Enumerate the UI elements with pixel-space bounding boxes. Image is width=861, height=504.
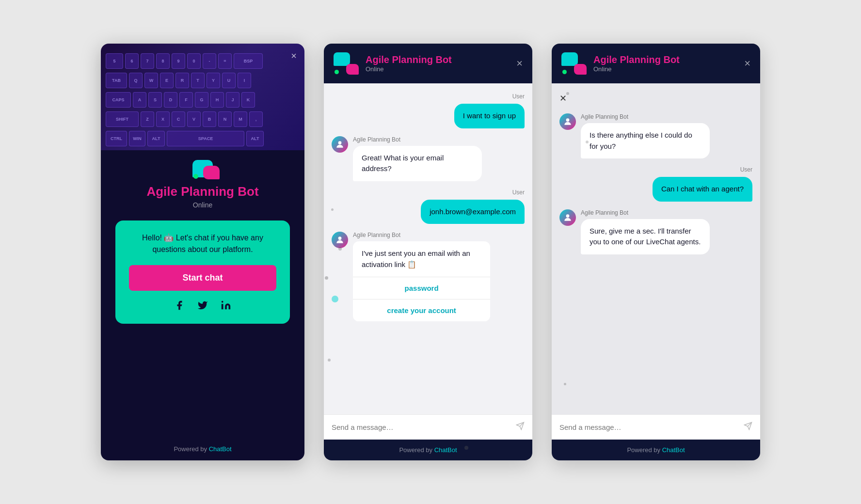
linkedin-icon[interactable] [219, 299, 233, 312]
start-chat-button[interactable]: Start chat [129, 265, 276, 291]
bot-msg-row-2: Agile Planning Bot I've just sent you an… [332, 232, 525, 321]
online-dot-3 [562, 70, 567, 74]
bot-msg-row-1: Agile Planning Bot Great! What is your e… [332, 136, 525, 181]
hero-section: 5 6 7 8 9 0 - = BSP TAB Q W E R T Y U I [101, 44, 304, 150]
msg-group-1: User I want to sign up [332, 93, 525, 128]
chat-input-area-3 [552, 414, 760, 440]
card-btn-password[interactable]: password [353, 277, 490, 299]
svg-point-1 [338, 141, 342, 144]
bot-status-1: Online [193, 201, 212, 209]
bot-avatar-3a [559, 113, 576, 130]
card-btn-create-account[interactable]: create your account [353, 299, 490, 321]
bot-avatar-2 [332, 136, 348, 153]
header-info-2: Agile Planning Bot Online [366, 54, 510, 73]
msg-group-3: User Can I chat with an agent? [559, 166, 752, 202]
chatbot-link-1[interactable]: ChatBot [209, 445, 232, 453]
bot-name-label-1: Agile Planning Bot [353, 136, 525, 143]
header-status-3: Online [593, 65, 737, 73]
header-logo-3 [561, 52, 587, 75]
user-msg-1: I want to sign up [454, 104, 525, 128]
bot-avatar-2b [332, 232, 348, 248]
online-dot-2 [335, 70, 339, 74]
send-button-3[interactable] [744, 422, 752, 433]
card-text-1: I've just sent you an email with an acti… [353, 241, 490, 277]
bot-avatar-3b [559, 209, 576, 226]
bot-logo-1 [192, 160, 213, 177]
msg-group-2: User jonh.brown@example.com [332, 189, 525, 224]
header-status-2: Online [366, 65, 510, 73]
user-label-3: User [559, 166, 752, 173]
close-button-1[interactable]: × [291, 50, 297, 62]
pink-bubble [203, 166, 220, 179]
chat-input-3[interactable] [559, 423, 739, 431]
svg-point-5 [566, 118, 570, 122]
widget1-body: Agile Planning Bot Online Hello! 🤖 Let's… [101, 150, 304, 438]
header-title-3: Agile Planning Bot [593, 54, 737, 65]
footer-2: Powered by ChatBot [324, 440, 532, 460]
bot-msg-content-3a: Agile Planning Bot Is there anything els… [581, 113, 752, 158]
bot-msg-content-1: Agile Planning Bot Great! What is your e… [353, 136, 525, 181]
bot-name-1: Agile Planning Bot [146, 184, 258, 199]
greeting-box: Hello! 🤖 Let's chat if you have any ques… [115, 220, 290, 324]
bot-msg-content-3b: Agile Planning Bot Sure, give me a sec. … [581, 209, 752, 254]
svg-point-6 [566, 214, 570, 218]
online-indicator-1 [193, 174, 198, 179]
close-button-2[interactable]: × [516, 57, 523, 70]
facebook-icon[interactable] [173, 299, 186, 312]
widget-chat-agent: Agile Planning Bot Online × ✕ Agile Plan… [552, 44, 760, 460]
header-title-2: Agile Planning Bot [366, 54, 510, 65]
header-logo-2 [334, 52, 359, 75]
chat-input-area-2 [324, 414, 532, 440]
footer-3: Powered by ChatBot [552, 440, 760, 460]
send-button-2[interactable] [516, 422, 525, 433]
svg-point-0 [222, 301, 223, 303]
minimize-icon[interactable]: ✕ [559, 93, 567, 104]
bot-msg-row-3a: Agile Planning Bot Is there anything els… [559, 113, 752, 158]
widget-welcome: 5 6 7 8 9 0 - = BSP TAB Q W E R T Y U I [101, 44, 304, 460]
bot-name-label-3b: Agile Planning Bot [581, 209, 752, 216]
svg-point-2 [338, 236, 342, 240]
bot-msg-3b: Sure, give me a sec. I'll transfer you t… [581, 219, 710, 254]
bot-name-label-2: Agile Planning Bot [353, 232, 525, 238]
greeting-text: Hello! 🤖 Let's chat if you have any ques… [129, 232, 276, 255]
close-button-3[interactable]: × [744, 57, 750, 70]
bot-msg-3a: Is there anything else I could do for yo… [581, 123, 710, 158]
footer-1: Powered by ChatBot [101, 438, 304, 460]
social-links [129, 299, 276, 312]
bot-msg-row-3b: Agile Planning Bot Sure, give me a sec. … [559, 209, 752, 254]
chat-messages-3: ✕ Agile Planning Bot Is there anything e… [552, 83, 760, 414]
chatbot-link-2[interactable]: ChatBot [434, 446, 457, 454]
user-label-1: User [332, 93, 525, 100]
bot-msg-content-2: Agile Planning Bot I've just sent you an… [353, 232, 525, 321]
chat-messages-2: User I want to sign up Agile Planning Bo… [324, 83, 532, 414]
user-msg-3: Can I chat with an agent? [653, 177, 752, 202]
chatbot-link-3[interactable]: ChatBot [662, 446, 685, 454]
user-msg-2: jonh.brown@example.com [421, 200, 525, 224]
chat-input-2[interactable] [332, 423, 511, 431]
header-info-3: Agile Planning Bot Online [593, 54, 737, 73]
user-label-2: User [332, 189, 525, 196]
card-box-1: I've just sent you an email with an acti… [353, 241, 490, 321]
bot-msg-1: Great! What is your email address? [353, 146, 482, 181]
chat-header-3: Agile Planning Bot Online × [552, 44, 760, 83]
widget-chat-signup: Agile Planning Bot Online × User I want … [324, 44, 532, 460]
bot-name-label-3a: Agile Planning Bot [581, 113, 752, 120]
twitter-icon[interactable] [196, 299, 209, 312]
chat-header-2: Agile Planning Bot Online × [324, 44, 532, 83]
